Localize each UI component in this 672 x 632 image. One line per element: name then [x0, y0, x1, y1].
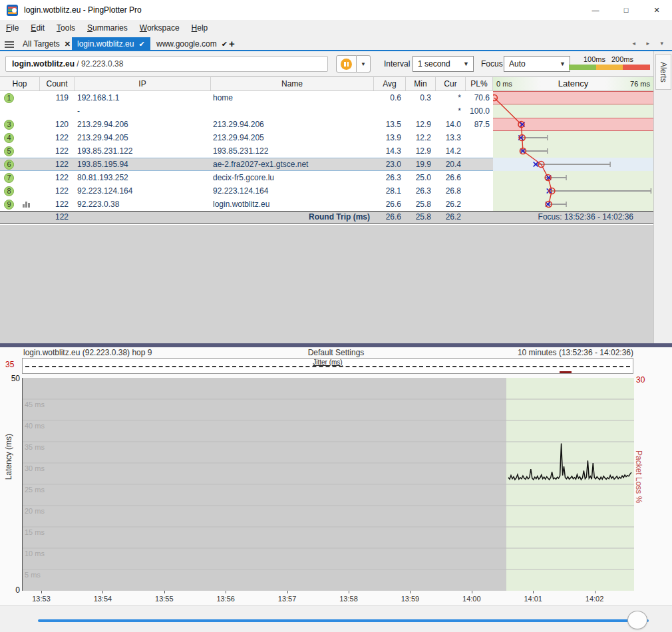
close-button[interactable]: ✕	[641, 0, 672, 20]
latency-graph-cell	[493, 118, 653, 131]
latency-axis-max: 50	[4, 374, 20, 383]
graph-scale-title: Latency	[558, 79, 589, 88]
close-icon[interactable]: ✕	[65, 40, 71, 48]
time-scrollbar-thumb[interactable]	[627, 611, 647, 629]
time-label-13-55: 13:55	[150, 595, 179, 603]
summary-avg: 26.6	[374, 212, 406, 223]
column-header-count[interactable]: Count	[40, 77, 75, 90]
time-scrollbar-track[interactable]	[38, 619, 649, 622]
column-header-avg[interactable]: Avg	[374, 77, 406, 90]
latency-graph-cell	[493, 184, 653, 198]
count-cell: 122	[40, 158, 75, 171]
latency-graph-cell	[493, 104, 653, 118]
legend-200ms: 200ms	[611, 55, 633, 63]
menu-item-edit[interactable]: Edit	[25, 20, 51, 37]
name-cell: decix-fr5.gcore.lu	[211, 171, 374, 184]
menu-item-help[interactable]: Help	[186, 20, 214, 37]
summary-cur: 26.2	[436, 212, 466, 223]
jitter-dashed-line	[25, 366, 630, 367]
pause-button[interactable]	[336, 55, 357, 73]
hop-row-4[interactable]: 4122213.29.94.205213.29.94.20513.912.213…	[0, 131, 653, 144]
grid-label-15ms: 15 ms	[25, 528, 45, 536]
ip-cell: 193.85.195.94	[75, 158, 211, 171]
tab-scroll-arrows[interactable]: ◂ ▸ ▾	[632, 40, 668, 47]
chevron-down-icon: ▼	[560, 57, 566, 71]
pingplotter-window: login.wotblitz.eu - PingPlotter Pro — □ …	[0, 0, 672, 632]
tab-label: www.google.com	[156, 39, 217, 49]
cur-cell: 13.3	[436, 131, 466, 144]
tab-all-targets[interactable]: All Targets✕	[17, 37, 76, 51]
maximize-button[interactable]: □	[611, 0, 641, 20]
column-header-min[interactable]: Min	[406, 77, 436, 90]
target-toolbar: login.wotblitz.eu / 92.223.0.38 ▼ Interv…	[0, 51, 653, 77]
right-rail: Alerts	[653, 51, 672, 343]
packet-loss-cell	[466, 198, 493, 211]
minimize-button[interactable]: —	[580, 0, 611, 20]
latency-graph-cell	[493, 198, 653, 211]
target-address-box[interactable]: login.wotblitz.eu / 92.223.0.38	[5, 56, 328, 72]
cur-cell: 14.2	[436, 144, 466, 158]
interval-select[interactable]: 1 second ▼	[413, 56, 474, 72]
time-tick	[349, 591, 349, 593]
tab-www-google-com[interactable]: www.google.com✔	[151, 37, 233, 51]
menu-item-tools[interactable]: Tools	[51, 20, 81, 37]
ip-cell: 193.85.231.122	[75, 144, 211, 158]
latency-graph-cell	[493, 91, 653, 104]
title-bar[interactable]: login.wotblitz.eu - PingPlotter Pro — □ …	[0, 0, 672, 20]
hop-row-7[interactable]: 712280.81.193.252decix-fr5.gcore.lu26.32…	[0, 171, 653, 184]
hop-row-5[interactable]: 5122193.85.231.122193.85.231.12214.312.9…	[0, 144, 653, 158]
pause-icon	[341, 59, 352, 70]
timeline-chart	[23, 378, 634, 591]
hop-row-8[interactable]: 812292.223.124.16492.223.124.16428.126.3…	[0, 184, 653, 198]
column-header-name[interactable]: Name	[211, 77, 374, 90]
hop-row-9[interactable]: 912292.223.0.38login.wotblitz.eu26.625.8…	[0, 198, 653, 211]
pause-dropdown-button[interactable]: ▼	[357, 55, 371, 73]
ip-cell: -	[75, 104, 211, 118]
packet-loss-cell	[466, 184, 493, 198]
avg-cell: 14.3	[374, 144, 406, 158]
interval-label: Interval	[384, 59, 410, 69]
column-header-pl[interactable]: PL%	[466, 77, 493, 90]
latency-legend: 100ms 200ms	[569, 55, 650, 73]
column-header-latency-graph[interactable]: 0 msLatency76 ms	[493, 77, 653, 90]
latency-timeline-plot[interactable]: 45 ms40 ms35 ms30 ms25 ms20 ms15 ms10 ms…	[22, 378, 633, 591]
ip-cell: 192.168.1.1	[75, 91, 211, 104]
min-cell: 25.8	[406, 198, 436, 211]
target-ip: 92.223.0.38	[81, 59, 123, 69]
round-trip-row[interactable]: 122 Round Trip (ms) 26.6 25.8 26.2 Focus…	[0, 211, 653, 224]
timeline-target-label: login.wotblitz.eu (92.223.0.38) hop 9	[23, 348, 152, 357]
packet-loss-cell: 70.6	[466, 91, 493, 104]
avg-cell: 23.0	[374, 158, 406, 171]
timeline-range-label[interactable]: 10 minutes (13:52:36 - 14:02:36)	[518, 348, 633, 357]
jitter-label: Jitter (ms)	[23, 359, 633, 366]
packet-loss-cell	[466, 144, 493, 158]
tab-login-wotblitz-eu[interactable]: login.wotblitz.eu✔	[72, 37, 150, 51]
alerts-panel-tab[interactable]: Alerts	[655, 54, 671, 90]
trace-table-body: 1119192.168.1.1home0.60.3*70.6-*100.0312…	[0, 91, 653, 211]
menu-item-file[interactable]: File	[0, 20, 25, 37]
name-cell: 213.29.94.206	[211, 118, 374, 131]
avg-cell: 26.6	[374, 198, 406, 211]
menu-item-workspace[interactable]: Workspace	[134, 20, 186, 37]
trace-table: HopCountIPNameAvgMinCurPL%0 msLatency76 …	[0, 77, 653, 224]
column-header-ip[interactable]: IP	[75, 77, 211, 90]
ip-cell: 213.29.94.205	[75, 131, 211, 144]
hop-row-1[interactable]: 1119192.168.1.1home0.60.3*70.6	[0, 91, 653, 104]
add-tab-button[interactable]: +	[224, 37, 240, 51]
hamburger-icon[interactable]	[5, 41, 14, 48]
hop-row-blank[interactable]: -*100.0	[0, 104, 653, 118]
count-cell: 122	[40, 198, 75, 211]
menu-item-summaries[interactable]: Summaries	[81, 20, 134, 37]
time-tick	[164, 591, 165, 593]
jitter-strip[interactable]: Jitter (ms)	[22, 358, 633, 374]
grid-label-35ms: 35 ms	[25, 443, 45, 451]
hop-row-3[interactable]: 3120213.29.94.206213.29.94.20613.512.914…	[0, 118, 653, 131]
avg-cell: 28.1	[374, 184, 406, 198]
hop-cell: 5	[0, 144, 40, 158]
focus-select[interactable]: Auto ▼	[504, 56, 570, 72]
column-header-cur[interactable]: Cur	[436, 77, 466, 90]
column-header-hop[interactable]: Hop	[0, 77, 40, 90]
hop-row-6[interactable]: 6122193.85.195.94ae-2.fra2027-ex1.gtsce.…	[0, 158, 653, 171]
summary-hop	[0, 212, 40, 223]
grid-label-20ms: 20 ms	[25, 507, 45, 515]
